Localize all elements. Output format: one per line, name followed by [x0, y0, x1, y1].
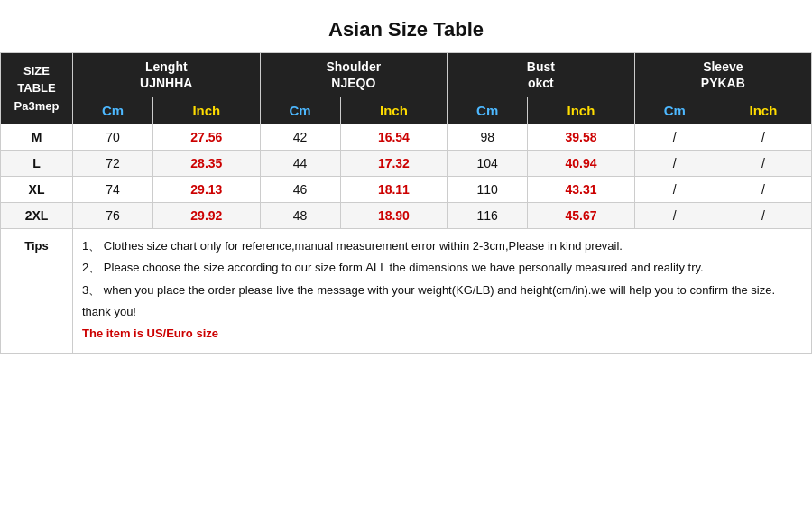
table-header-row-2: Cm Inch Cm Inch Cm Inch Cm Inch — [1, 97, 812, 124]
lenght-cm-header: Cm — [73, 97, 153, 124]
shoulder-cm-cell: 44 — [260, 151, 340, 177]
shoulder-inch-header: Inch — [340, 97, 447, 124]
sleeve-inch-cell: / — [715, 203, 811, 229]
size-cell: M — [1, 124, 73, 151]
lenght-cm-cell: 70 — [73, 124, 153, 151]
bust-inch-header: Inch — [528, 97, 634, 124]
table-row: M 70 27.56 42 16.54 98 39.58 / / — [1, 124, 812, 151]
sleeve-cm-header: Cm — [634, 97, 715, 124]
table-body: M 70 27.56 42 16.54 98 39.58 / / L 72 28… — [1, 124, 812, 353]
lenght-cm-cell: 72 — [73, 151, 153, 177]
tips-label: Tips — [1, 229, 73, 353]
sleeve-inch-cell: / — [715, 151, 811, 177]
lenght-inch-cell: 27.56 — [153, 124, 260, 151]
sleeve-cm-cell: / — [634, 177, 715, 203]
size-cell: 2XL — [1, 203, 73, 229]
lenght-inch-header: Inch — [153, 97, 260, 124]
tips-row: Tips 1、 Clothes size chart only for refe… — [1, 229, 812, 353]
bust-cm-cell: 110 — [448, 177, 528, 203]
sleeve-inch-cell: / — [715, 177, 811, 203]
lenght-group-header: Lenght UJNHHA — [73, 53, 261, 97]
shoulder-inch-cell: 18.90 — [340, 203, 447, 229]
lenght-inch-cell: 29.13 — [153, 177, 260, 203]
shoulder-cm-cell: 42 — [260, 124, 340, 151]
lenght-cm-cell: 74 — [73, 177, 153, 203]
sleeve-cm-cell: / — [634, 203, 715, 229]
size-table-label: SIZE TABLE Pa3mep — [1, 53, 73, 124]
bust-cm-header: Cm — [448, 97, 528, 124]
shoulder-cm-cell: 46 — [260, 177, 340, 203]
bust-inch-cell: 45.67 — [528, 203, 634, 229]
tips-content: 1、 Clothes size chart only for reference… — [73, 229, 812, 353]
tips-red-text: The item is US/Euro size — [82, 324, 802, 344]
sleeve-cm-cell: / — [634, 151, 715, 177]
shoulder-inch-cell: 16.54 — [340, 124, 447, 151]
bust-group-header: Bust okct — [448, 53, 635, 97]
shoulder-inch-cell: 18.11 — [340, 177, 447, 203]
page-title: Asian Size Table — [0, 9, 812, 52]
page-container: Asian Size Table SIZE TABLE Pa3mep Lengh… — [0, 0, 812, 363]
shoulder-inch-cell: 17.32 — [340, 151, 447, 177]
lenght-inch-cell: 29.92 — [153, 203, 260, 229]
bust-inch-cell: 40.94 — [528, 151, 634, 177]
sleeve-cm-cell: / — [634, 124, 715, 151]
bust-inch-cell: 43.31 — [528, 177, 634, 203]
table-row: XL 74 29.13 46 18.11 110 43.31 / / — [1, 177, 812, 203]
lenght-inch-cell: 28.35 — [153, 151, 260, 177]
bust-cm-cell: 116 — [448, 203, 528, 229]
table-row: 2XL 76 29.92 48 18.90 116 45.67 / / — [1, 203, 812, 229]
size-table: SIZE TABLE Pa3mep Lenght UJNHHA Shoulder… — [0, 52, 812, 354]
sleeve-inch-header: Inch — [715, 97, 811, 124]
tips-line: thank you! — [82, 302, 802, 322]
shoulder-cm-cell: 48 — [260, 203, 340, 229]
table-header-row-1: SIZE TABLE Pa3mep Lenght UJNHHA Shoulder… — [1, 53, 812, 97]
bust-cm-cell: 98 — [448, 124, 528, 151]
shoulder-cm-header: Cm — [260, 97, 340, 124]
lenght-cm-cell: 76 — [73, 203, 153, 229]
sleeve-group-header: Sleeve PYKAB — [634, 53, 811, 97]
table-row: L 72 28.35 44 17.32 104 40.94 / / — [1, 151, 812, 177]
shoulder-group-header: Shoulder NJEQO — [260, 53, 448, 97]
tips-line: 3、 when you place the order please live … — [82, 281, 802, 300]
tips-line: 1、 Clothes size chart only for reference… — [82, 236, 802, 256]
size-cell: XL — [1, 177, 73, 203]
bust-inch-cell: 39.58 — [528, 124, 634, 151]
size-cell: L — [1, 151, 73, 177]
sleeve-inch-cell: / — [715, 124, 811, 151]
bust-cm-cell: 104 — [448, 151, 528, 177]
tips-line: 2、 Please choose the size according to o… — [82, 258, 802, 278]
